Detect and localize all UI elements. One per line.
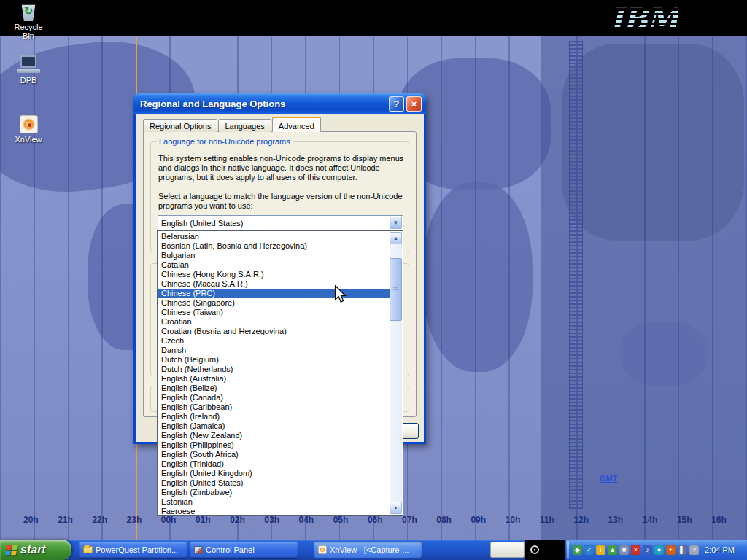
- list-item[interactable]: English (Australia): [158, 374, 390, 384]
- scroll-down-icon[interactable]: ▼: [390, 502, 402, 514]
- taskbar-black-segment: [525, 540, 565, 560]
- tray-icon[interactable]: !: [596, 545, 605, 555]
- tray-icon[interactable]: ▌: [678, 545, 687, 555]
- combobox-value: English (United States): [158, 219, 390, 228]
- list-item[interactable]: English (Belize): [158, 384, 390, 393]
- system-tray: ◆✓!▲■×♪●+▌? 2:04 PM: [566, 540, 747, 560]
- tray-icon[interactable]: ▲: [608, 545, 617, 555]
- task-label: PowerQuest Partition...: [96, 545, 178, 554]
- dropdown-scrollbar[interactable]: ▲ ▼: [390, 232, 402, 514]
- tray-icon[interactable]: +: [666, 545, 676, 555]
- list-item[interactable]: Czech: [158, 336, 390, 346]
- list-item[interactable]: English (United Kingdom): [158, 469, 390, 478]
- icon-label: XnView: [7, 135, 50, 144]
- icon-label: DPB: [7, 76, 50, 85]
- list-item[interactable]: Chinese (Hong Kong S.A.R.): [158, 270, 390, 279]
- language-combobox[interactable]: English (United States) ▼: [158, 215, 403, 230]
- list-item[interactable]: English (South Africa): [158, 450, 390, 459]
- list-item[interactable]: English (Trinidad): [158, 459, 390, 469]
- taskbar-button-xnview[interactable]: XnView - [<Capture-...: [314, 542, 422, 558]
- windows-flag-icon: [5, 545, 18, 555]
- scroll-up-icon[interactable]: ▲: [390, 232, 402, 244]
- desktop-icon-recycle-bin[interactable]: Recycle Bin: [7, 2, 50, 40]
- taskbar-button-control-panel[interactable]: Control Panel: [190, 542, 298, 558]
- list-item[interactable]: Chinese (PRC): [158, 289, 390, 298]
- help-button[interactable]: ?: [389, 96, 404, 112]
- tray-icon[interactable]: ♪: [643, 545, 652, 555]
- top-banner: Recycle Bin IBM: [0, 0, 747, 36]
- tray-icon[interactable]: ✓: [584, 545, 594, 555]
- list-item[interactable]: Dutch (Netherlands): [158, 365, 390, 374]
- icon-label: Recycle Bin: [7, 23, 50, 40]
- close-button[interactable]: ×: [406, 96, 422, 112]
- timezone-label: 03h: [264, 515, 279, 525]
- list-item[interactable]: English (Canada): [158, 393, 390, 402]
- list-item[interactable]: Estonian: [158, 497, 390, 507]
- timezone-label: 23h: [127, 515, 142, 525]
- list-item[interactable]: Dutch (Belgium): [158, 355, 390, 365]
- tray-icon-row: ◆✓!▲■×♪●+▌?: [573, 545, 699, 555]
- timezone-label: 15h: [677, 515, 692, 525]
- list-item[interactable]: English (New Zealand): [158, 431, 390, 440]
- dialog-titlebar[interactable]: Regional and Language Options ? ×: [133, 93, 426, 114]
- timezone-label: 09h: [471, 515, 486, 525]
- taskbar-clock[interactable]: 2:04 PM: [705, 545, 735, 554]
- timezone-label: 06h: [368, 515, 383, 525]
- taskbar-overflow-button[interactable]: ----: [490, 542, 525, 558]
- list-item[interactable]: English (Caribbean): [158, 402, 390, 412]
- list-item[interactable]: English (United States): [158, 478, 390, 488]
- taskbar: start PowerQuest Partition... Control Pa…: [0, 540, 747, 560]
- gmt-label: GMT: [600, 474, 617, 483]
- list-item[interactable]: Catalan: [158, 260, 390, 270]
- tray-icon[interactable]: ◆: [573, 545, 582, 555]
- list-item[interactable]: English (Jamaica): [158, 421, 390, 431]
- tray-icon[interactable]: ●: [654, 545, 664, 555]
- folder-icon: [83, 546, 93, 553]
- timezone-label: 10h: [506, 515, 521, 525]
- list-item[interactable]: English (Zimbabwe): [158, 488, 390, 497]
- start-button[interactable]: start: [0, 540, 71, 560]
- list-item[interactable]: Chinese (Taiwan): [158, 308, 390, 317]
- list-item[interactable]: Danish: [158, 346, 390, 355]
- timezone-label: 04h: [299, 515, 314, 525]
- list-item[interactable]: Faeroese: [158, 507, 390, 514]
- control-panel-icon: [194, 546, 203, 554]
- timezone-label: 08h: [436, 515, 452, 525]
- list-item[interactable]: Bosnian (Latin, Bosnia and Herzegovina): [158, 241, 390, 251]
- scrollbar-thumb[interactable]: [390, 258, 402, 321]
- timezone-label: 12h: [573, 515, 589, 525]
- list-item[interactable]: English (Ireland): [158, 412, 390, 421]
- dialog-title: Regional and Language Options: [140, 98, 387, 109]
- ibm-logo: IBM: [610, 1, 678, 36]
- timezone-label: 11h: [540, 515, 554, 525]
- timezone-label: 02h: [230, 515, 245, 525]
- list-item[interactable]: Croatian: [158, 317, 390, 327]
- description-text: This system setting enables non-Unicode …: [158, 154, 405, 182]
- list-item[interactable]: Belarusian: [158, 232, 390, 241]
- timezone-label: 16h: [711, 515, 727, 525]
- tray-icon[interactable]: ?: [689, 545, 699, 555]
- tray-icon[interactable]: ■: [619, 545, 629, 555]
- list-item[interactable]: Croatian (Bosnia and Herzegovina): [158, 327, 390, 336]
- instruction-text: Select a language to match the language …: [158, 192, 405, 211]
- unknown-app-icon[interactable]: [530, 545, 539, 554]
- tab-advanced[interactable]: Advanced: [272, 117, 321, 132]
- list-item[interactable]: Chinese (Singapore): [158, 298, 390, 308]
- timezone-label: 05h: [333, 515, 349, 525]
- list-item[interactable]: Chinese (Macau S.A.R.): [158, 279, 390, 289]
- timezone-label: 14h: [643, 515, 658, 525]
- date-line-hatch: [569, 41, 583, 509]
- list-item[interactable]: Bulgarian: [158, 251, 390, 260]
- chevron-down-icon[interactable]: ▼: [390, 217, 402, 229]
- list-item[interactable]: English (Philippines): [158, 440, 390, 450]
- tab-regional-options[interactable]: Regional Options: [143, 119, 217, 132]
- desktop-icon-dpb[interactable]: DPB: [7, 55, 50, 85]
- desktop-icon-xnview[interactable]: XnView: [7, 115, 50, 144]
- tab-languages[interactable]: Languages: [218, 119, 271, 132]
- timezone-label: 13h: [608, 515, 624, 525]
- mouse-cursor: [334, 285, 347, 306]
- xnview-icon: [318, 545, 327, 554]
- tray-icon[interactable]: ×: [631, 545, 640, 555]
- desktop: GMT 20h21h22h23h00h01h02h03h04h05h06h07h…: [0, 0, 747, 560]
- taskbar-button-powerquest[interactable]: PowerQuest Partition...: [79, 542, 187, 558]
